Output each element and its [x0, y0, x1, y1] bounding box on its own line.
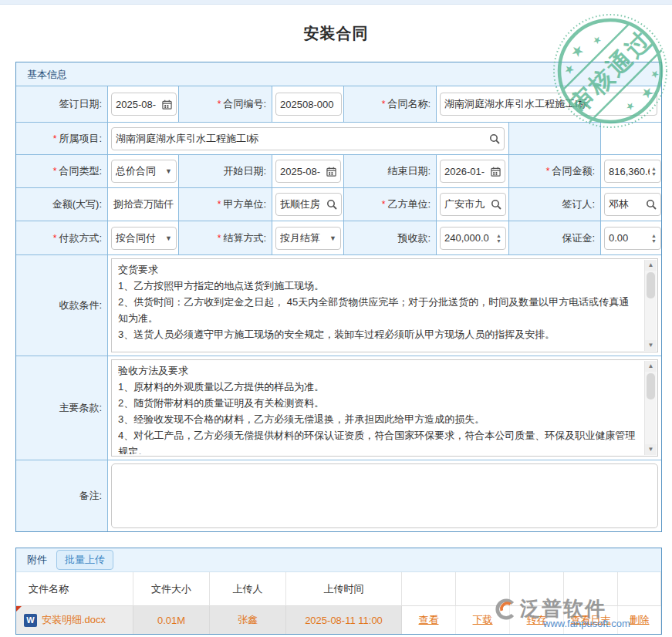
end-date-input[interactable]: 2026-01- [440, 160, 505, 183]
required-mark: * [53, 233, 57, 244]
col-header-action [510, 572, 564, 606]
label-contract-name: * 合同名称: [344, 86, 437, 123]
field-main-terms: 验收方法及要求 1、原材料的外观质量以乙方提供的样品为准。 2、随货附带材料的质… [108, 356, 661, 460]
amount-words-value: 捌拾壹万陆仟 [111, 197, 174, 211]
start-date-input[interactable]: 2025-08- [275, 160, 341, 183]
transfer-link[interactable]: 转存 [527, 613, 547, 627]
settle-method-select[interactable]: 按月结算 ▼ [275, 227, 341, 250]
word-file-icon: W [24, 614, 37, 627]
chevron-down-icon: ▼ [165, 234, 172, 242]
spinner-arrows-icon[interactable]: ▲▼ [651, 166, 657, 177]
required-mark: * [382, 199, 386, 210]
label-text: 开始日期: [223, 164, 266, 178]
top-accent-bar [0, 0, 672, 5]
col-header-action [564, 572, 618, 606]
calendar-icon[interactable] [326, 167, 336, 177]
label-text: 签订日期: [59, 97, 102, 111]
signer-search-input[interactable]: 邓林 [604, 193, 661, 216]
label-start-date: 开始日期: [179, 155, 272, 188]
field-signer: 邓林 [601, 188, 661, 221]
search-icon[interactable] [491, 199, 501, 210]
amount-value: 816,360.6 [609, 166, 650, 177]
label-text: 乙方单位: [387, 197, 431, 211]
deposit-spinner[interactable]: 0.00 ▲▼ [604, 227, 661, 250]
spinner-arrows-icon[interactable]: ▲▼ [496, 233, 501, 244]
party-a-search-input[interactable]: 抚顺住房 [275, 193, 342, 216]
label-receipt-terms: 收款条件: [16, 255, 108, 356]
contract-type-select[interactable]: 总价合同 ▼ [111, 160, 177, 183]
file-name-link[interactable]: 安装明细.docx [42, 613, 106, 627]
required-mark: * [382, 99, 386, 110]
label-amount-words: 金额(大写): [16, 188, 108, 221]
main-terms-text: 验收方法及要求 1、原材料的外观质量以乙方提供的样品为准。 2、随货附带材料的质… [118, 362, 639, 454]
download-link[interactable]: 下载 [473, 613, 493, 627]
file-name-cell: W 安装明细.docx [16, 606, 133, 634]
field-contract-type: 总价合同 ▼ [108, 155, 179, 188]
chevron-down-icon: ▼ [329, 234, 336, 242]
scroll-up-icon[interactable]: ▲ [645, 361, 657, 372]
label-text: 主要条款: [59, 401, 102, 415]
end-date-value: 2026-01- [444, 166, 489, 177]
uploader-cell: 张鑫 [210, 606, 286, 634]
contract-no-value: 202508-000 [280, 99, 337, 110]
label-text: 结束日期: [387, 164, 431, 178]
field-advance: 240,000.0 ▲▼ [437, 221, 509, 255]
required-mark: * [218, 99, 221, 110]
label-text: 金额(大写): [52, 197, 102, 211]
start-date-value: 2025-08- [280, 166, 325, 177]
view-log-link[interactable]: 查看日志 [571, 613, 611, 627]
action-cell: 查看 [402, 606, 456, 634]
scrollbar-thumb[interactable] [647, 272, 655, 298]
calendar-icon[interactable] [491, 167, 501, 177]
search-icon[interactable] [489, 133, 500, 144]
pay-method-select[interactable]: 按合同付 ▼ [111, 227, 177, 250]
delete-link[interactable]: 删除 [630, 613, 650, 627]
action-cell: 转存 [510, 606, 564, 634]
signer-value: 邓林 [609, 197, 644, 211]
label-text: 签订人: [562, 197, 595, 211]
field-amount-words: 捌拾壹万陆仟 [108, 188, 179, 221]
receipt-terms-textarea[interactable]: 交货要求 1、乙方按照甲方指定的地点送货到施工现场。 2、供货时间：乙方收到定金… [111, 258, 658, 352]
calendar-icon[interactable] [162, 99, 172, 110]
scrollbar-thumb[interactable] [647, 373, 655, 399]
sign-date-value: 2025-08- [116, 99, 160, 110]
section-header-basic-info: 基本信息 [16, 62, 661, 86]
scroll-down-icon[interactable]: ▼ [645, 340, 657, 351]
label-signer: 签订人: [509, 188, 601, 221]
basic-info-panel: 基本信息 签订日期: 2025-08- * 合同编号: 202508-000 [15, 62, 662, 532]
search-icon[interactable] [326, 199, 337, 210]
attachment-table: 文件名称 文件大小 上传人 上传时间 W 安装明细.docx 0.01M 张鑫 … [16, 572, 661, 634]
label-settle-method: * 结算方式: [179, 221, 272, 255]
contract-name-input[interactable]: 湖南洞庭湖水库引水工程施工I标 [440, 93, 657, 116]
field-start-date: 2025-08- [272, 155, 344, 188]
field-end-date: 2026-01- [437, 155, 509, 188]
scroll-up-icon[interactable]: ▲ [645, 260, 657, 271]
deposit-value: 0.00 [609, 232, 650, 244]
view-link[interactable]: 查看 [419, 613, 439, 627]
party-b-search-input[interactable]: 广安市九 [440, 193, 506, 216]
label-text: 收款条件: [59, 298, 102, 312]
project-search-input[interactable]: 湖南洞庭湖水库引水工程施工I标 [111, 127, 505, 150]
label-text: 所属项目: [59, 132, 102, 146]
label-text: 保证金: [562, 231, 595, 245]
chevron-down-icon: ▼ [165, 167, 172, 175]
scrollbar[interactable]: ▲ ▼ [644, 260, 657, 351]
label-text: 付款方式: [59, 231, 102, 245]
attachment-header: 附件 批量上传 [16, 548, 661, 572]
field-settle-method: 按月结算 ▼ [272, 221, 344, 255]
installation-contract-page: 安装合同 基本信息 签订日期: 2025-08- * 合同编号: 202508-… [0, 0, 672, 637]
spinner-arrows-icon[interactable]: ▲▼ [651, 233, 657, 244]
scrollbar[interactable]: ▲ ▼ [644, 361, 657, 455]
sign-date-input[interactable]: 2025-08- [111, 93, 177, 116]
batch-upload-button[interactable]: 批量上传 [56, 550, 113, 570]
advance-spinner[interactable]: 240,000.0 ▲▼ [440, 227, 506, 250]
remark-textarea[interactable] [111, 463, 658, 528]
search-icon[interactable] [646, 199, 657, 210]
scroll-down-icon[interactable]: ▼ [645, 444, 657, 455]
main-terms-textarea[interactable]: 验收方法及要求 1、原材料的外观质量以乙方提供的样品为准。 2、随货附带材料的质… [111, 359, 658, 457]
amount-spinner[interactable]: 816,360.6 ▲▼ [604, 160, 661, 183]
label-amount: * 合同金额: [509, 155, 601, 188]
label-remark: 备注: [16, 460, 108, 531]
contract-no-input[interactable]: 202508-000 [275, 93, 342, 116]
settle-method-value: 按月结算 [280, 231, 327, 245]
